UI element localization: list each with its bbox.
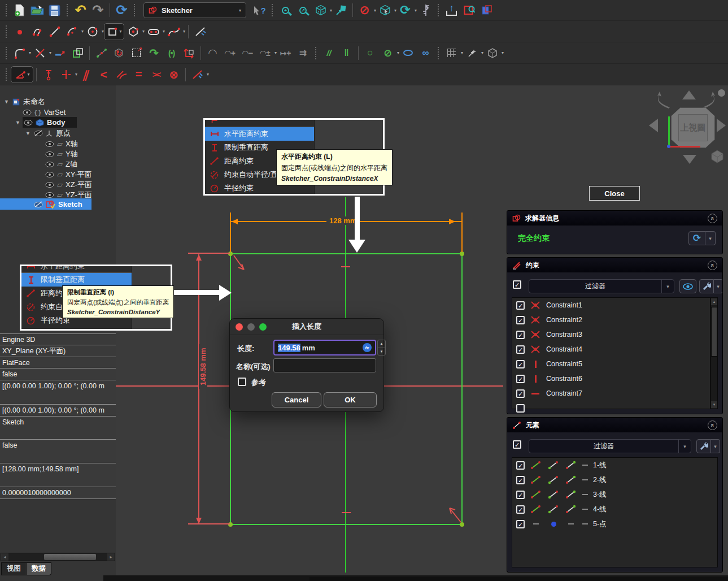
expander-icon[interactable]: ▼ (3, 99, 10, 105)
bspline-decrease-degree-icon[interactable]: ◠− (239, 45, 256, 62)
element-row[interactable]: ✓2-线 (512, 472, 717, 487)
element-checkbox[interactable]: ✓ (516, 491, 525, 499)
horizontal-scrollbar[interactable]: ◂ ▸ (1, 553, 115, 561)
constraints-panel-header[interactable]: 约束 « (507, 258, 722, 272)
menu-item-horizontal-distance[interactable]: 水平距离约束 (205, 127, 314, 141)
mini-cube-icon[interactable] (710, 149, 725, 164)
expander-icon[interactable]: ▼ (15, 120, 21, 125)
tree-item-varset[interactable]: { }VarSet (23, 107, 66, 118)
name-input[interactable] (273, 358, 376, 372)
elements-filter-dropdown[interactable]: 过滤器▾ (529, 439, 691, 453)
extend-icon[interactable] (51, 45, 69, 62)
toolbar-drag-handle[interactable] (5, 46, 8, 60)
sketch-view-section-icon[interactable] (460, 2, 478, 19)
tree-item-sketch[interactable]: Sketch (34, 199, 82, 210)
scrollbar-thumb[interactable] (44, 554, 96, 560)
element-checkbox[interactable]: ✓ (516, 520, 525, 528)
sketch-edge-right[interactable] (461, 253, 463, 525)
measure-caliper-icon[interactable] (417, 2, 434, 19)
create-arc-icon[interactable] (63, 23, 81, 40)
create-slot-icon[interactable] (145, 23, 162, 40)
expander-icon[interactable]: ▼ (25, 131, 31, 136)
vertical-distance-icon[interactable] (40, 66, 57, 83)
move-geometry-icon[interactable] (180, 45, 198, 62)
toolbar-drag-handle[interactable] (271, 3, 274, 17)
sketch-vertex[interactable] (460, 252, 464, 256)
element-checkbox[interactable]: ✓ (516, 461, 525, 470)
create-polygon-icon[interactable] (124, 23, 142, 40)
equal-constraint-icon[interactable]: = (130, 66, 147, 83)
collapse-icon[interactable]: « (708, 214, 717, 223)
redo-icon[interactable]: ↷ (89, 2, 107, 19)
property-value[interactable]: [(0.00 0.00 1.00); 0.00 °; (0.00 m (0, 380, 116, 392)
bspline-increase-degree-icon[interactable]: ◠+ (221, 45, 239, 62)
tree-item-x-axis[interactable]: ▱X轴 (45, 138, 78, 149)
filter-checkbox[interactable]: ✓ (513, 280, 521, 289)
sketch-mirror-icon[interactable] (478, 2, 495, 19)
cancel-button[interactable]: Cancel (272, 392, 321, 407)
symmetry-icon[interactable]: (•) (163, 45, 180, 62)
tangent-constraint-icon[interactable] (112, 66, 130, 83)
bspline-insert-knot-icon[interactable]: ↦+ (277, 45, 294, 62)
navcube-face-label[interactable]: 上視圖 (678, 114, 708, 141)
property-value[interactable]: Sketch (0, 416, 116, 428)
length-spinner[interactable]: ▴ ▾ (377, 340, 386, 355)
tree-item-xz-plane[interactable]: ▱XZ-平面 (45, 179, 92, 190)
constraints-settings-button[interactable]: ▾ (699, 279, 723, 293)
constraint-row[interactable]: ✓Constraint3 (512, 327, 717, 342)
constraint-checkbox[interactable]: ✓ (516, 316, 525, 324)
toolbar-drag-handle[interactable] (5, 3, 8, 17)
nav-left-icon[interactable] (649, 119, 658, 132)
property-value[interactable]: [(0.00 0.00 1.00); 0.00 °; (0.00 m (0, 404, 116, 416)
chevron-down-icon[interactable]: ▾ (705, 231, 716, 245)
toolbar-drag-handle[interactable] (5, 25, 8, 38)
solver-update-button[interactable]: ⟳ ▾ (688, 231, 716, 245)
refresh-icon[interactable]: ⟳ (113, 2, 130, 19)
link-external-icon[interactable]: ∞ (417, 45, 434, 62)
offset-arc-icon[interactable]: ↷ (145, 45, 163, 62)
new-document-icon[interactable] (11, 2, 28, 19)
expression-fx-icon[interactable]: fx (363, 343, 372, 352)
elements-settings-button[interactable]: ▾ (696, 439, 720, 453)
tab-view[interactable]: 视图 (1, 562, 27, 575)
carbon-copy-icon[interactable]: ⊘ (379, 45, 396, 62)
chevron-down-icon[interactable]: ▾ (183, 29, 185, 34)
tree-item-body[interactable]: ▼Body (15, 117, 66, 128)
collapse-icon[interactable]: « (708, 261, 717, 270)
constraint-row[interactable]: ✓Constraint5 (512, 357, 717, 371)
grid-toggle-icon[interactable] (443, 45, 460, 62)
chevron-down-icon[interactable]: ▾ (502, 50, 504, 55)
ellipse-icon[interactable] (399, 45, 417, 62)
elements-panel-header[interactable]: 元素 « (507, 418, 722, 432)
property-value[interactable]: false (0, 368, 116, 380)
export-icon[interactable]: ↑ (443, 2, 460, 19)
tree-item-xy-plane[interactable]: ▱XY-平面 (45, 169, 91, 180)
show-constraints-button[interactable] (679, 279, 696, 293)
constraint-checkbox[interactable]: ✓ (516, 375, 525, 383)
create-point-icon[interactable] (11, 23, 28, 40)
element-row[interactable]: ✓1-线 (512, 458, 717, 472)
zoom-fit-icon[interactable]: + (277, 2, 294, 19)
chevron-down-icon[interactable]: ▾ (207, 72, 209, 77)
toolbar-drag-handle[interactable] (437, 46, 440, 60)
length-input[interactable]: 149.58 mm fx (273, 340, 376, 355)
reference-checkbox[interactable] (238, 378, 246, 386)
navcube-face[interactable]: 上視圖 (671, 107, 715, 148)
constraint-checkbox[interactable]: ✓ (516, 345, 525, 354)
length-value-selected[interactable]: 149.58 (278, 344, 300, 352)
chevron-down-icon[interactable]: ▾ (714, 279, 723, 293)
create-line-icon[interactable] (46, 23, 63, 40)
property-value[interactable]: 0.0000010000000000 (0, 487, 116, 498)
cube-select-icon[interactable] (376, 2, 394, 19)
create-polyline-icon[interactable] (28, 23, 46, 40)
property-value[interactable]: Engine 3D (0, 333, 116, 345)
property-value[interactable]: FlatFace (0, 357, 116, 368)
save-icon[interactable] (46, 2, 63, 19)
render-order-icon[interactable] (483, 45, 501, 62)
constraint-row[interactable]: ✓Constraint6 (512, 371, 717, 386)
nav-up-icon[interactable] (682, 90, 696, 99)
construction-line-icon[interactable] (191, 23, 209, 40)
menu-item-vertical-distance[interactable]: 限制垂直距离 (21, 273, 132, 287)
property-value[interactable]: false (0, 439, 116, 451)
property-value[interactable]: XY_Plane (XY-平面) (0, 345, 116, 357)
